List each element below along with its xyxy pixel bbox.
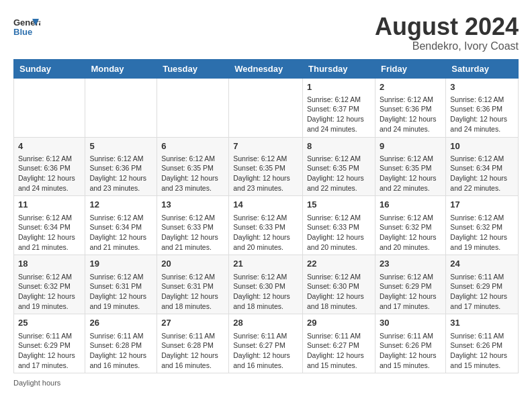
day-info: Sunrise: 6:12 AM Sunset: 6:37 PM Dayligh… (307, 95, 371, 134)
day-of-week-header: Wednesday (229, 59, 303, 78)
calendar-cell: 24Sunrise: 6:11 AM Sunset: 6:29 PM Dayli… (446, 255, 519, 314)
day-info: Sunrise: 6:11 AM Sunset: 6:26 PM Dayligh… (380, 331, 441, 371)
day-info: Sunrise: 6:12 AM Sunset: 6:32 PM Dayligh… (18, 272, 81, 312)
day-info: Sunrise: 6:11 AM Sunset: 6:28 PM Dayligh… (89, 331, 152, 371)
day-info: Sunrise: 6:11 AM Sunset: 6:29 PM Dayligh… (18, 331, 81, 371)
day-info: Sunrise: 6:12 AM Sunset: 6:31 PM Dayligh… (161, 272, 224, 312)
calendar-cell: 7Sunrise: 6:12 AM Sunset: 6:35 PM Daylig… (229, 137, 303, 196)
calendar-cell (157, 78, 229, 137)
day-number: 9 (380, 140, 441, 152)
calendar-cell: 29Sunrise: 6:11 AM Sunset: 6:27 PM Dayli… (303, 314, 375, 373)
day-info: Sunrise: 6:12 AM Sunset: 6:35 PM Dayligh… (161, 154, 224, 193)
day-number: 5 (89, 140, 152, 152)
day-number: 21 (233, 258, 298, 270)
day-info: Sunrise: 6:11 AM Sunset: 6:27 PM Dayligh… (233, 331, 298, 371)
day-info: Sunrise: 6:12 AM Sunset: 6:33 PM Dayligh… (233, 213, 298, 253)
calendar-cell: 23Sunrise: 6:12 AM Sunset: 6:29 PM Dayli… (375, 255, 445, 314)
day-of-week-header: Tuesday (157, 59, 229, 78)
day-info: Sunrise: 6:11 AM Sunset: 6:28 PM Dayligh… (161, 331, 224, 371)
day-of-week-header: Sunday (14, 59, 85, 78)
calendar-cell: 10Sunrise: 6:12 AM Sunset: 6:34 PM Dayli… (446, 137, 519, 196)
day-number: 3 (450, 81, 514, 93)
calendar-cell: 8Sunrise: 6:12 AM Sunset: 6:35 PM Daylig… (303, 137, 375, 196)
day-number: 27 (161, 317, 224, 329)
calendar-table: SundayMondayTuesdayWednesdayThursdayFrid… (13, 59, 519, 374)
calendar-cell: 22Sunrise: 6:12 AM Sunset: 6:30 PM Dayli… (303, 255, 375, 314)
calendar-cell: 4Sunrise: 6:12 AM Sunset: 6:36 PM Daylig… (14, 137, 85, 196)
day-number: 13 (161, 199, 224, 211)
day-number: 24 (450, 258, 514, 270)
day-info: Sunrise: 6:12 AM Sunset: 6:30 PM Dayligh… (307, 272, 371, 312)
day-number: 22 (307, 258, 371, 270)
day-info: Sunrise: 6:12 AM Sunset: 6:30 PM Dayligh… (233, 272, 298, 312)
day-number: 20 (161, 258, 224, 270)
page-header: General Blue August 2024 Bendekro, Ivory… (13, 13, 519, 52)
calendar-cell: 25Sunrise: 6:11 AM Sunset: 6:29 PM Dayli… (14, 314, 85, 373)
day-info: Sunrise: 6:12 AM Sunset: 6:34 PM Dayligh… (18, 213, 81, 253)
calendar-cell: 28Sunrise: 6:11 AM Sunset: 6:27 PM Dayli… (229, 314, 303, 373)
day-info: Sunrise: 6:12 AM Sunset: 6:31 PM Dayligh… (89, 272, 152, 312)
day-info: Sunrise: 6:12 AM Sunset: 6:29 PM Dayligh… (380, 272, 441, 312)
day-of-week-header: Friday (375, 59, 445, 78)
day-info: Sunrise: 6:12 AM Sunset: 6:32 PM Dayligh… (380, 213, 441, 253)
calendar-header-row: SundayMondayTuesdayWednesdayThursdayFrid… (14, 59, 519, 78)
day-info: Sunrise: 6:12 AM Sunset: 6:35 PM Dayligh… (380, 154, 441, 193)
day-number: 6 (161, 140, 224, 152)
day-number: 2 (380, 81, 441, 93)
day-number: 7 (233, 140, 298, 152)
day-info: Sunrise: 6:11 AM Sunset: 6:29 PM Dayligh… (450, 272, 514, 312)
day-number: 30 (380, 317, 441, 329)
day-info: Sunrise: 6:12 AM Sunset: 6:32 PM Dayligh… (450, 213, 514, 253)
calendar-cell: 12Sunrise: 6:12 AM Sunset: 6:34 PM Dayli… (85, 196, 157, 255)
calendar-cell: 31Sunrise: 6:11 AM Sunset: 6:26 PM Dayli… (446, 314, 519, 373)
day-number: 15 (307, 199, 371, 211)
calendar-cell: 26Sunrise: 6:11 AM Sunset: 6:28 PM Dayli… (85, 314, 157, 373)
calendar-cell: 30Sunrise: 6:11 AM Sunset: 6:26 PM Dayli… (375, 314, 445, 373)
day-number: 17 (450, 199, 514, 211)
day-number: 23 (380, 258, 441, 270)
day-info: Sunrise: 6:12 AM Sunset: 6:36 PM Dayligh… (89, 154, 152, 193)
day-number: 25 (18, 317, 81, 329)
calendar-week-row: 4Sunrise: 6:12 AM Sunset: 6:36 PM Daylig… (14, 137, 519, 196)
logo-icon: General Blue (13, 13, 40, 40)
logo: General Blue (13, 13, 43, 40)
day-info: Sunrise: 6:11 AM Sunset: 6:26 PM Dayligh… (450, 331, 514, 371)
calendar-cell: 13Sunrise: 6:12 AM Sunset: 6:33 PM Dayli… (157, 196, 229, 255)
calendar-cell: 2Sunrise: 6:12 AM Sunset: 6:36 PM Daylig… (375, 78, 445, 137)
calendar-cell: 14Sunrise: 6:12 AM Sunset: 6:33 PM Dayli… (229, 196, 303, 255)
calendar-cell: 15Sunrise: 6:12 AM Sunset: 6:33 PM Dayli… (303, 196, 375, 255)
calendar-week-row: 25Sunrise: 6:11 AM Sunset: 6:29 PM Dayli… (14, 314, 519, 373)
calendar-week-row: 11Sunrise: 6:12 AM Sunset: 6:34 PM Dayli… (14, 196, 519, 255)
day-number: 29 (307, 317, 371, 329)
day-info: Sunrise: 6:12 AM Sunset: 6:36 PM Dayligh… (380, 95, 441, 134)
day-number: 16 (380, 199, 441, 211)
day-info: Sunrise: 6:12 AM Sunset: 6:33 PM Dayligh… (161, 213, 224, 253)
day-number: 10 (450, 140, 514, 152)
day-info: Sunrise: 6:12 AM Sunset: 6:34 PM Dayligh… (450, 154, 514, 193)
day-info: Sunrise: 6:12 AM Sunset: 6:35 PM Dayligh… (233, 154, 298, 193)
svg-text:Blue: Blue (13, 27, 32, 37)
day-number: 31 (450, 317, 514, 329)
day-info: Sunrise: 6:12 AM Sunset: 6:35 PM Dayligh… (307, 154, 371, 193)
day-number: 28 (233, 317, 298, 329)
day-info: Sunrise: 6:12 AM Sunset: 6:36 PM Dayligh… (18, 154, 81, 193)
day-number: 4 (18, 140, 81, 152)
calendar-cell: 5Sunrise: 6:12 AM Sunset: 6:36 PM Daylig… (85, 137, 157, 196)
calendar-cell: 3Sunrise: 6:12 AM Sunset: 6:36 PM Daylig… (446, 78, 519, 137)
day-number: 14 (233, 199, 298, 211)
footer: Daylight hours (13, 379, 519, 387)
day-number: 18 (18, 258, 81, 270)
day-info: Sunrise: 6:12 AM Sunset: 6:36 PM Dayligh… (450, 95, 514, 134)
day-number: 19 (89, 258, 152, 270)
calendar-cell: 18Sunrise: 6:12 AM Sunset: 6:32 PM Dayli… (14, 255, 85, 314)
day-number: 8 (307, 140, 371, 152)
calendar-cell: 11Sunrise: 6:12 AM Sunset: 6:34 PM Dayli… (14, 196, 85, 255)
day-of-week-header: Thursday (303, 59, 375, 78)
calendar-cell: 9Sunrise: 6:12 AM Sunset: 6:35 PM Daylig… (375, 137, 445, 196)
day-number: 12 (89, 199, 152, 211)
calendar-cell (85, 78, 157, 137)
calendar-cell: 17Sunrise: 6:12 AM Sunset: 6:32 PM Dayli… (446, 196, 519, 255)
calendar-week-row: 18Sunrise: 6:12 AM Sunset: 6:32 PM Dayli… (14, 255, 519, 314)
day-number: 1 (307, 81, 371, 93)
calendar-cell (14, 78, 85, 137)
